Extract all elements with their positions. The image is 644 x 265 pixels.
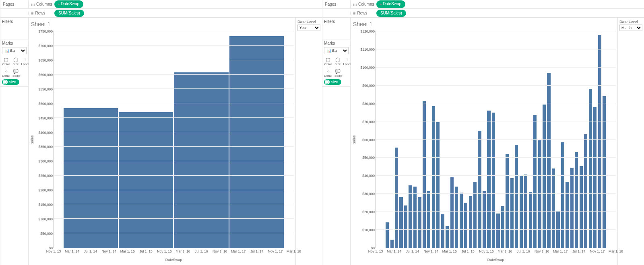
marks-label-button[interactable]: TLabel — [21, 56, 29, 67]
rows-icon — [31, 11, 33, 16]
bar[interactable] — [427, 191, 431, 248]
bar[interactable] — [515, 145, 518, 248]
bar[interactable] — [460, 193, 463, 248]
marks-label-button[interactable]: TLabel — [343, 56, 351, 67]
rows-pill-sum-sales[interactable]: SUM(Sales) — [54, 10, 84, 17]
right-viz: Sheet 1 Sales $0$10,000$20,000$30,000$40… — [351, 18, 617, 265]
bar[interactable] — [174, 72, 229, 248]
bar[interactable] — [487, 111, 491, 248]
bar[interactable] — [423, 101, 426, 248]
tooltip-icon: 💬 — [11, 68, 20, 74]
right-x-axis-label: DateSwap — [376, 258, 616, 263]
bar[interactable] — [506, 154, 509, 248]
columns-pill-dateswap[interactable]: DateSwap — [376, 0, 405, 8]
bar[interactable] — [552, 168, 555, 248]
bar[interactable] — [455, 187, 458, 248]
marks-type-select[interactable]: 📊 Bar — [2, 47, 27, 54]
bar[interactable] — [432, 106, 436, 248]
right-chart[interactable]: Sales $0$10,000$20,000$30,000$40,000$50,… — [352, 31, 616, 248]
bar[interactable] — [496, 214, 500, 248]
left-chart[interactable]: Sales $0$50,000$100,000$150,000$200,000$… — [30, 31, 294, 248]
bar[interactable] — [413, 187, 417, 248]
bar[interactable] — [409, 185, 412, 248]
bar[interactable] — [119, 112, 173, 248]
bar[interactable] — [404, 205, 408, 248]
columns-pill-dateswap[interactable]: DateSwap — [54, 0, 83, 8]
bar[interactable] — [580, 166, 583, 248]
right-plot[interactable] — [376, 31, 616, 248]
bar[interactable] — [483, 191, 486, 248]
sheet-title[interactable]: Sheet 1 — [352, 19, 616, 31]
bar[interactable] — [399, 197, 403, 248]
left-plot[interactable] — [54, 31, 294, 248]
filters-card[interactable]: Filters — [322, 18, 350, 39]
bar[interactable] — [570, 168, 574, 248]
columns-shelf[interactable]: DateSwap — [53, 0, 322, 9]
marks-size-pill[interactable]: ◯Size — [2, 79, 19, 85]
rows-pill-sum-sales[interactable]: SUM(Sales) — [376, 10, 406, 17]
bar[interactable] — [492, 113, 495, 248]
bar[interactable] — [464, 203, 468, 248]
marks-type-select[interactable]: 📊 Bar — [324, 47, 349, 54]
detail-icon: ⁘ — [2, 68, 10, 74]
bar[interactable] — [510, 178, 514, 248]
rows-shelf[interactable]: SUM(Sales) — [53, 9, 322, 18]
marks-detail-button[interactable]: ⁘Detail — [2, 68, 10, 78]
bar[interactable] — [547, 73, 551, 248]
bar[interactable] — [543, 105, 546, 248]
bar[interactable] — [566, 182, 569, 248]
right-parameter-panel: Date Level Month — [617, 18, 644, 265]
bar[interactable] — [469, 196, 473, 248]
marks-color-button[interactable]: ⬚Color — [2, 56, 10, 67]
left-y-ticks: $0$50,000$100,000$150,000$200,000$250,00… — [36, 31, 54, 248]
columns-shelf[interactable]: DateSwap — [375, 0, 644, 9]
left-y-axis-label: Sales — [30, 31, 36, 248]
bar[interactable] — [386, 222, 389, 248]
bar[interactable] — [501, 206, 505, 248]
bar[interactable] — [529, 192, 533, 248]
bar[interactable] — [575, 152, 578, 248]
left-viz: Sheet 1 Sales $0$50,000$100,000$150,000$… — [29, 18, 295, 265]
bar[interactable] — [441, 214, 445, 248]
marks-color-button[interactable]: ⬚Color — [324, 56, 332, 67]
bar[interactable] — [395, 148, 398, 248]
date-level-select-year[interactable]: Year — [297, 25, 320, 31]
rows-shelf[interactable]: SUM(Sales) — [375, 9, 644, 18]
bar[interactable] — [538, 140, 542, 248]
bar[interactable] — [64, 108, 118, 248]
bar[interactable] — [603, 96, 606, 248]
pages-shelf-area[interactable] — [0, 12, 29, 15]
left-side-cards: Filters Marks 📊 Bar ⬚Color ◯Size TLabel … — [0, 18, 29, 265]
bar[interactable] — [589, 89, 592, 248]
size-pill-icon: ◯ — [325, 80, 330, 84]
marks-size-button[interactable]: ◯Size — [333, 56, 342, 67]
shelves: Pages Columns DateSwap Rows SUM(Sales) — [0, 0, 322, 18]
bar[interactable] — [229, 36, 284, 248]
bar[interactable] — [450, 177, 454, 248]
sheet-title[interactable]: Sheet 1 — [30, 19, 294, 31]
right-y-ticks: $0$10,000$20,000$30,000$40,000$50,000$60… — [358, 31, 376, 248]
rows-icon — [353, 11, 355, 16]
date-level-select-month[interactable]: Month — [619, 25, 642, 31]
columns-icon — [353, 2, 357, 6]
bar[interactable] — [473, 182, 477, 248]
left-x-axis-label: DateSwap — [54, 258, 294, 263]
bar[interactable] — [584, 134, 588, 248]
left-side-cards: Filters Marks 📊 Bar ⬚Color ◯Size TLabel … — [322, 18, 351, 265]
detail-icon: ⁘ — [324, 68, 332, 74]
marks-detail-button[interactable]: ⁘Detail — [324, 68, 332, 78]
bar[interactable] — [561, 142, 565, 248]
bar[interactable] — [390, 240, 394, 248]
pages-shelf-label: Pages — [0, 0, 29, 8]
bar[interactable] — [478, 131, 481, 248]
marks-size-button[interactable]: ◯Size — [11, 56, 20, 67]
bar[interactable] — [533, 115, 537, 248]
bar[interactable] — [418, 197, 421, 248]
columns-shelf-label: Columns — [351, 2, 375, 6]
pages-shelf-area[interactable] — [322, 12, 351, 15]
filters-card[interactable]: Filters — [0, 18, 28, 39]
marks-tooltip-button[interactable]: 💬Tooltip — [11, 68, 20, 78]
marks-size-pill[interactable]: ◯Size — [324, 79, 341, 85]
bar[interactable] — [593, 107, 597, 248]
marks-tooltip-button[interactable]: 💬Tooltip — [333, 68, 342, 78]
